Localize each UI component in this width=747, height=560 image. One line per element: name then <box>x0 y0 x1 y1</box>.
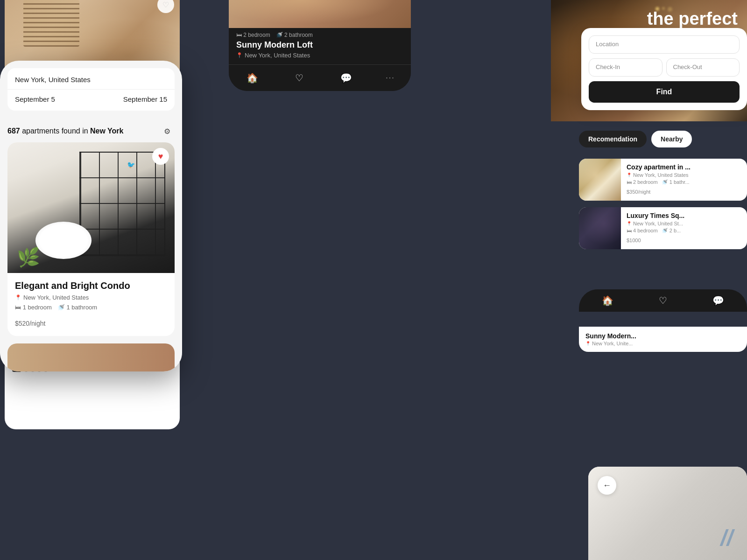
top-phone-navbar: 🏠 ♡ 💬 ··· <box>229 64 411 91</box>
center-phone-top: 🛏 2 bedroom 🚿 2 bathroom Sunny Modern Lo… <box>229 0 411 91</box>
results-header: 687 apartments found in New York ⚙ <box>0 118 182 142</box>
right-card-1-info: Cozy apartment in ... 📍 New York, United… <box>621 159 747 201</box>
right-card-2-meta: 🛏 4 bedroom 🚿 2 b... <box>627 228 741 234</box>
right-nav-home[interactable]: 🏠 <box>602 295 613 306</box>
main-listing-image: ♥ 🐦 🌿 <box>7 142 175 273</box>
location-label: Location <box>596 41 733 48</box>
nav-more-button[interactable]: ··· <box>386 74 395 82</box>
right-nav-chat[interactable]: 💬 <box>712 295 724 306</box>
checkin-date: September 5 <box>15 95 55 103</box>
listing-bedroom: 🛏 1 bedroom <box>15 304 52 311</box>
right-card-2-price: $1000 <box>627 236 741 244</box>
filter-button[interactable]: ⚙ <box>160 124 175 139</box>
checkout-label: Check-Out <box>673 63 733 70</box>
next-listing-image <box>7 343 175 371</box>
main-listing-card: ♥ 🐦 🌿 Elegant and Bright Condo 📍 New Yor… <box>7 142 175 336</box>
right-card-2-bathroom: 🚿 2 b... <box>662 228 681 234</box>
top-phone-bedroom: 🛏 2 bedroom <box>236 32 270 38</box>
location-row[interactable]: New York, United States <box>7 70 175 90</box>
listing-location: 📍 New York, United States <box>15 294 167 301</box>
listing-like-button[interactable]: ♥ <box>152 148 169 165</box>
search-section: New York, United States September 5 Sept… <box>7 68 175 111</box>
plant-decoration: 🌿 <box>17 246 40 268</box>
bird-decoration: 🐦 <box>127 161 135 168</box>
top-phone-location: 📍 New York, United States <box>229 52 411 64</box>
right-card-1-image <box>579 159 621 201</box>
listing-name: Elegant and Bright Condo <box>15 280 167 291</box>
right-card-2[interactable]: Luxury Times Sq... 📍 New York, United St… <box>579 207 747 249</box>
center-phone-main: New York, United States September 5 Sept… <box>0 61 182 371</box>
right-sunny-card: Sunny Modern... 📍 New York, Unite... <box>579 327 747 352</box>
filter-tabs: Recomendation Nearby <box>579 131 747 147</box>
nav-home-icon[interactable]: 🏠 <box>245 70 260 85</box>
sunny-card-title: Sunny Modern... <box>585 332 740 340</box>
back-button[interactable]: ← <box>598 476 616 495</box>
tab-recommendation[interactable]: Recomendation <box>579 131 647 147</box>
checkout-date: September 15 <box>123 95 167 103</box>
search-form: Location Check-In Check-Out Find <box>581 28 747 110</box>
top-phone-meta: 🛏 2 bedroom 🚿 2 bathroom <box>229 28 411 40</box>
right-card-2-title: Luxury Times Sq... <box>627 212 741 219</box>
right-nav-heart[interactable]: ♡ <box>659 295 667 306</box>
dates-row[interactable]: September 5 September 15 <box>7 90 175 109</box>
listing-bathroom: 🚿 1 bathroom <box>57 304 97 311</box>
pin-icon: 📍 <box>15 294 21 301</box>
checkin-label: Check-In <box>596 63 655 70</box>
right-card-1-title: Cozy apartment in ... <box>627 163 741 171</box>
results-count-text: 687 apartments found in New York <box>7 127 123 135</box>
checkout-field[interactable]: Check-Out <box>666 58 740 77</box>
right-card-1-price: $350/night <box>627 187 741 195</box>
nav-heart-icon[interactable]: ♡ <box>292 70 307 85</box>
top-phone-image <box>229 0 411 28</box>
right-card-2-info: Luxury Times Sq... 📍 New York, United St… <box>621 207 747 249</box>
location-field[interactable]: Location <box>589 35 740 54</box>
right-card-2-image <box>579 207 621 249</box>
sunny-card-location: 📍 New York, Unite... <box>585 341 740 346</box>
back-card-image: ← <box>588 467 747 560</box>
listing-price: $520/night <box>15 315 167 329</box>
find-button[interactable]: Find <box>589 81 740 103</box>
nav-chat-icon[interactable]: 💬 <box>339 70 354 85</box>
next-listing-partial <box>7 343 175 371</box>
back-card: ← <box>588 467 747 560</box>
right-phone-navbar: 🏠 ♡ 💬 <box>579 289 747 312</box>
right-card-2-pin: 📍 <box>627 221 632 226</box>
right-card-1-location: 📍 New York, United States <box>627 172 741 178</box>
right-card-1[interactable]: Cozy apartment in ... 📍 New York, United… <box>579 159 747 201</box>
checkin-field[interactable]: Check-In <box>589 58 662 77</box>
top-left-heart-button[interactable]: ♡ <box>157 0 174 13</box>
right-listings: Cozy apartment in ... 📍 New York, United… <box>579 159 747 256</box>
listing-info: Elegant and Bright Condo 📍 New York, Uni… <box>7 273 175 336</box>
dates-fields: Check-In Check-Out <box>589 58 740 81</box>
search-location-value: New York, United States <box>15 76 167 84</box>
right-card-2-location: 📍 New York, United St... <box>627 221 741 226</box>
listing-meta: 🛏 1 bedroom 🚿 1 bathroom <box>15 304 167 311</box>
right-card-1-meta: 🛏 2 bedroom 🚿 1 bathr... <box>627 179 741 185</box>
top-phone-title: Sunny Modern Loft <box>229 40 411 52</box>
sunny-card-pin: 📍 <box>585 341 591 346</box>
tab-nearby[interactable]: Nearby <box>651 131 692 147</box>
right-card-1-bathroom: 🚿 1 bathr... <box>662 179 690 185</box>
right-card-1-bedroom: 🛏 2 bedroom <box>627 179 658 185</box>
top-phone-bathroom: 🚿 2 bathroom <box>276 32 313 38</box>
right-card-1-pin: 📍 <box>627 173 632 177</box>
right-card-2-bedroom: 🛏 4 bedroom <box>627 228 658 234</box>
